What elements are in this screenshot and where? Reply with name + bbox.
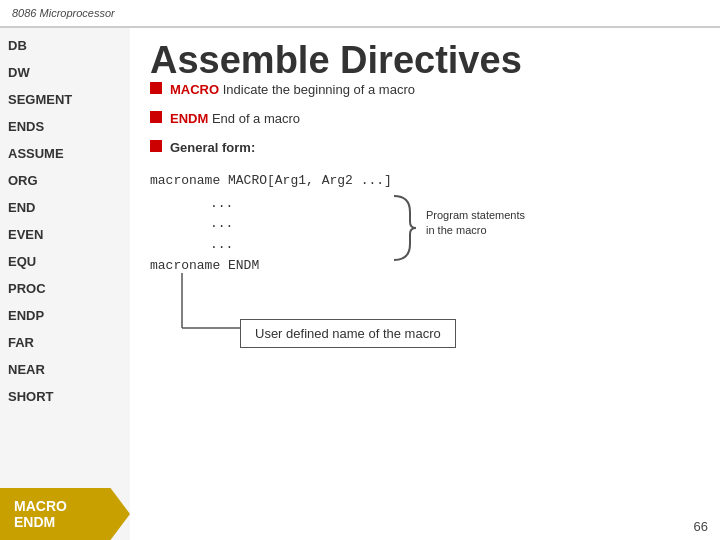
directive-endm: ENDM End of a macro (150, 111, 700, 126)
code-area: macroname MACRO[Arg1, Arg2 ...] ... ... … (150, 171, 700, 353)
top-bar: 8086 Microprocessor (0, 0, 720, 28)
bullet-icon (150, 82, 162, 94)
main-content: Assemble Directives MACRO Indicate the b… (130, 28, 720, 540)
sidebar-item-near[interactable]: NEAR (8, 362, 122, 377)
sidebar: DB DW SEGMENT ENDS ASSUME ORG END EVEN E… (0, 28, 130, 540)
endm-label: ENDM (14, 514, 55, 530)
directive-general: General form: (150, 140, 700, 155)
sidebar-item-segment[interactable]: SEGMENT (8, 92, 122, 107)
sidebar-item-proc[interactable]: PROC (8, 281, 122, 296)
macro-endm-button[interactable]: MACRO ENDM (0, 488, 130, 540)
title-area: Assemble Directives MACRO Indicate the b… (150, 40, 700, 155)
code-dots: ... ... ... (150, 194, 233, 256)
right-brace (390, 192, 420, 268)
directive-macro-text: MACRO Indicate the beginning of a macro (170, 82, 415, 97)
sidebar-item-assume[interactable]: ASSUME (8, 146, 122, 161)
arrow-container: User defined name of the macro (150, 273, 700, 353)
endm-code-line: macroname ENDM (150, 258, 700, 273)
dot-line-1: ... (210, 194, 233, 215)
program-statements-label: Program statements in the macro (426, 208, 525, 239)
sidebar-item-equ[interactable]: EQU (8, 254, 122, 269)
directive-macro: MACRO Indicate the beginning of a macro (150, 82, 700, 97)
macro-label: MACRO (14, 498, 67, 514)
sidebar-item-endp[interactable]: ENDP (8, 308, 122, 323)
directive-general-text: General form: (170, 140, 255, 155)
dot-line-3: ... (210, 235, 233, 256)
page-title: Assemble Directives (150, 40, 700, 82)
user-defined-label: User defined name of the macro (255, 326, 441, 341)
sidebar-item-db[interactable]: DB (8, 38, 122, 53)
page-number: 66 (694, 519, 708, 534)
dot-line-2: ... (210, 214, 233, 235)
sidebar-item-short[interactable]: SHORT (8, 389, 122, 404)
bullet-icon-3 (150, 140, 162, 152)
sidebar-item-far[interactable]: FAR (8, 335, 122, 350)
user-defined-box: User defined name of the macro (240, 317, 456, 348)
bullet-icon-2 (150, 111, 162, 123)
sidebar-item-even[interactable]: EVEN (8, 227, 122, 242)
sidebar-item-end[interactable]: END (8, 200, 122, 215)
sidebar-item-ends[interactable]: ENDS (8, 119, 122, 134)
sidebar-item-org[interactable]: ORG (8, 173, 122, 188)
macro-keyword: MACRO (170, 82, 219, 97)
app-title: 8086 Microprocessor (12, 7, 115, 19)
general-form-label: General form: (170, 140, 255, 155)
directive-endm-text: ENDM End of a macro (170, 111, 300, 126)
endm-keyword: ENDM (170, 111, 208, 126)
sidebar-item-dw[interactable]: DW (8, 65, 122, 80)
macro-call-line: macroname MACRO[Arg1, Arg2 ...] (150, 171, 700, 192)
